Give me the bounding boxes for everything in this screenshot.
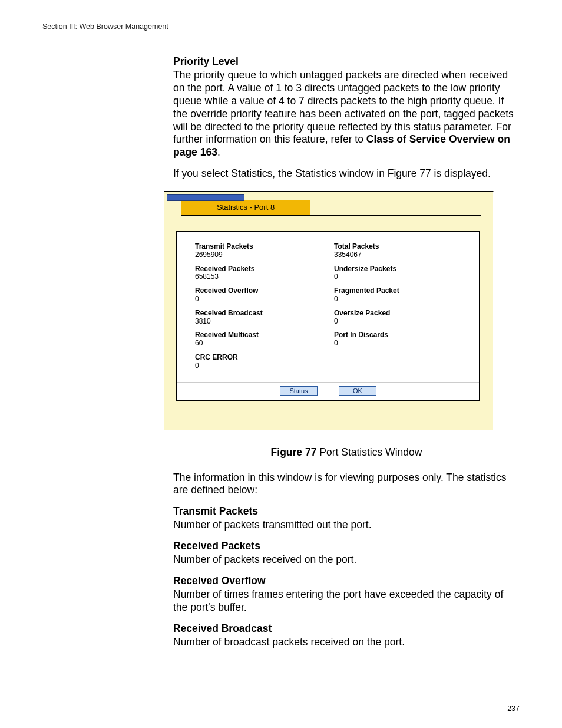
stat-label: Received Multicast: [195, 331, 334, 340]
stat-received-packets: Received Packets 658153: [195, 265, 334, 282]
stat-label: Received Broadcast: [195, 309, 334, 318]
section-header: Section III: Web Browser Management: [42, 22, 520, 31]
button-row: Status OK: [177, 382, 479, 400]
desc-received-overflow: Number of times frames entering the port…: [173, 588, 520, 614]
stat-value: 0: [334, 340, 473, 348]
page: Section III: Web Browser Management Prio…: [0, 0, 562, 728]
paragraph-viewing: The information in this window is for vi…: [173, 472, 520, 498]
stat-undersize-packets: Undersize Packets 0: [334, 265, 473, 282]
stat-value: 2695909: [195, 251, 334, 259]
heading-priority-level: Priority Level: [173, 55, 520, 68]
stat-label: CRC ERROR: [195, 354, 334, 362]
statistics-title-tab: Statistics - Port 8: [181, 200, 310, 215]
ok-button[interactable]: OK: [339, 386, 376, 396]
stat-value: 658153: [195, 273, 334, 281]
stat-crc-error: CRC ERROR 0: [195, 354, 334, 370]
paragraph-figure-intro: If you select Statistics, the Statistics…: [173, 167, 520, 180]
stat-received-multicast: Received Multicast 60: [195, 331, 334, 348]
stat-label: Oversize Packed: [334, 309, 473, 318]
stat-label: Fragmented Packet: [334, 287, 473, 295]
status-button[interactable]: Status: [280, 386, 318, 396]
desc-received-broadcast: Number of broadcast packets received on …: [173, 636, 520, 649]
stats-columns: Transmit Packets 2695909 Received Packet…: [195, 243, 473, 376]
term-received-broadcast: Received Broadcast: [173, 622, 520, 635]
term-transmit-packets: Transmit Packets: [173, 505, 520, 518]
stat-fragmented-packet: Fragmented Packet 0: [334, 287, 473, 304]
title-rule: [181, 215, 481, 216]
stat-value: 60: [195, 340, 334, 348]
stat-received-overflow: Received Overflow 0: [195, 287, 334, 304]
stat-received-broadcast: Received Broadcast 3810: [195, 309, 334, 326]
term-received-packets: Received Packets: [173, 540, 520, 552]
statistics-window: Statistics - Port 8 Transmit Packets 269…: [164, 191, 494, 430]
paragraph-priority: The priority queue to which untagged pac…: [173, 69, 520, 159]
stats-col-right: Total Packets 3354067 Undersize Packets …: [334, 243, 473, 376]
paragraph-priority-end: .: [217, 146, 220, 158]
stats-col-left: Transmit Packets 2695909 Received Packet…: [195, 243, 334, 376]
stat-value: 0: [334, 295, 473, 304]
statistics-panel: Transmit Packets 2695909 Received Packet…: [176, 231, 480, 401]
stat-label: Undersize Packets: [334, 265, 473, 274]
stat-label: Received Overflow: [195, 287, 334, 295]
stat-total-packets: Total Packets 3354067: [334, 243, 473, 259]
stat-label: Received Packets: [195, 265, 334, 274]
stat-label: Transmit Packets: [195, 243, 334, 251]
stat-oversize-packed: Oversize Packed 0: [334, 309, 473, 326]
stat-label: Total Packets: [334, 243, 473, 251]
stat-value: 0: [334, 273, 473, 281]
stat-value: 3810: [195, 318, 334, 326]
figure-caption: Figure 77 Port Statistics Window: [173, 446, 520, 459]
stat-transmit-packets: Transmit Packets 2695909: [195, 243, 334, 259]
window-accent-bar: [167, 194, 244, 201]
stat-label: Port In Discards: [334, 331, 473, 340]
content-column: Priority Level The priority queue to whi…: [173, 55, 520, 649]
stat-port-in-discards: Port In Discards 0: [334, 331, 473, 348]
desc-received-packets: Number of packets received on the port.: [173, 554, 520, 566]
page-number: 237: [507, 704, 520, 713]
term-received-overflow: Received Overflow: [173, 575, 520, 587]
stat-value: 0: [195, 362, 334, 370]
stat-value: 3354067: [334, 251, 473, 259]
figure-caption-number: Figure 77: [271, 446, 317, 458]
figure-caption-title: Port Statistics Window: [316, 446, 422, 458]
figure-77: Statistics - Port 8 Transmit Packets 269…: [164, 191, 494, 430]
stat-value: 0: [195, 295, 334, 304]
desc-transmit-packets: Number of packets transmitted out the po…: [173, 519, 520, 532]
stat-value: 0: [334, 318, 473, 326]
